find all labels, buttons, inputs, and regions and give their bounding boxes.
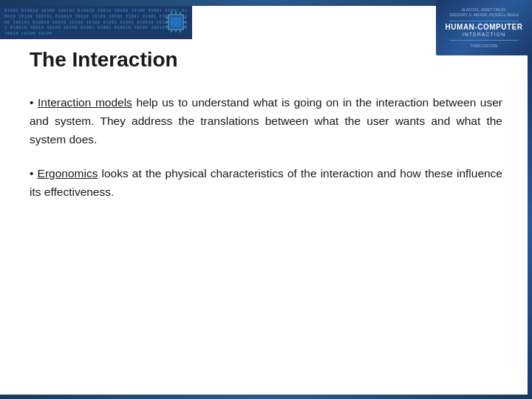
binary-text: 01001 010010 10100 100101 010010 10010 1… [4, 8, 188, 36]
main-content: The Interaction • Interaction models hel… [30, 41, 502, 377]
book-authors: ALAN DIX, JANET FINLAY,GREGORY D. ABOWD,… [449, 7, 519, 17]
interaction-models-term: Interaction models [38, 96, 132, 109]
right-accent-bar [528, 55, 532, 399]
bullet-section-1: • Interaction models help us to understa… [30, 94, 502, 149]
page-title: The Interaction [30, 48, 502, 72]
bullet-section-2: • Ergonomics looks at the physical chara… [30, 165, 502, 202]
bullet-text-1: • Interaction models help us to understa… [30, 94, 502, 149]
bottom-accent-bar [0, 395, 532, 399]
bullet-text-2: • Ergonomics looks at the physical chara… [30, 165, 502, 202]
book-title-main: HUMAN-COMPUTER [446, 23, 523, 32]
book-title-sub: INTERACTION [463, 32, 505, 38]
bullet2-body: looks at the physical characteristics of… [30, 167, 502, 198]
chip-icon [163, 9, 189, 35]
ergonomics-term: Ergonomics [38, 167, 98, 180]
svg-rect-1 [171, 17, 181, 27]
book-accent-line [449, 21, 519, 21]
